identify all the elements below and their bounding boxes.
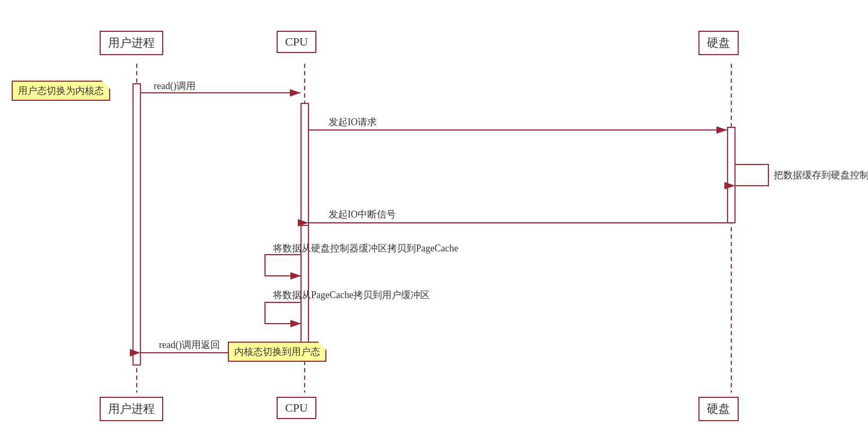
label-copy-to-user: 将数据从PageCache拷贝到用户缓冲区 — [273, 289, 430, 301]
svg-rect-8 — [728, 127, 735, 223]
label-copy-to-pagecache: 将数据从硬盘控制器缓冲区拷贝到PageCache — [273, 242, 458, 255]
label-io-request: 发起IO请求 — [329, 116, 377, 128]
actor-cpu-top: CPU — [277, 31, 316, 53]
note-user-to-kernel: 用户态切换为内核态 — [12, 81, 110, 101]
actor-user-process-bottom: 用户进程 — [100, 397, 163, 421]
actor-cpu-bottom: CPU — [277, 397, 316, 419]
label-io-interrupt: 发起IO中断信号 — [329, 208, 396, 221]
actor-user-process-top: 用户进程 — [100, 31, 163, 55]
label-read-call: read()调用 — [154, 80, 196, 92]
label-read-return: read()调用返回 — [159, 338, 220, 351]
note-kernel-to-user: 内核态切换到用户态 — [228, 342, 326, 362]
svg-rect-6 — [301, 103, 308, 225]
actor-disk-top: 硬盘 — [698, 31, 739, 55]
sequence-diagram: 用户进程 CPU 硬盘 用户进程 CPU 硬盘 用户态切换为内核态 内核态切换到… — [0, 0, 868, 444]
label-cache-to-disk: 把数据缓存到硬盘控制器缓冲区 — [774, 169, 868, 181]
actor-disk-bottom: 硬盘 — [698, 397, 739, 421]
svg-rect-5 — [133, 84, 140, 365]
